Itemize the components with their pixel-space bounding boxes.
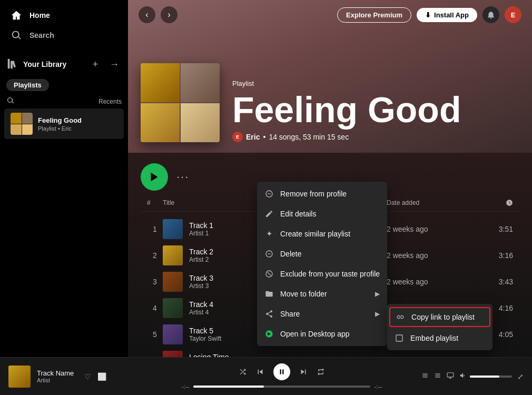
svg-rect-13 — [447, 373, 454, 377]
track-num: 4 — [147, 304, 163, 312]
library-title-area: Your Library — [6, 58, 88, 71]
track-name: Track 2 — [189, 248, 213, 256]
menu-item-similar-label: Create similar playlist — [280, 230, 350, 238]
progress-track[interactable] — [193, 386, 370, 388]
menu-item-share[interactable]: Share ▶ Copy link to playlist — [257, 304, 387, 324]
menu-item-similar[interactable]: ✦ Create similar playlist — [257, 224, 387, 244]
more-options-button[interactable]: ··· — [176, 170, 189, 184]
progress-bar: -:-- -:-- — [182, 383, 382, 390]
notifications-button[interactable] — [482, 6, 499, 23]
add-library-button[interactable]: + — [88, 57, 103, 72]
menu-item-desktop-label: Open in Desktop app — [280, 330, 350, 338]
playlist-info: Feeling Good Playlist • Eric — [38, 116, 117, 132]
track-thumbnail — [163, 351, 183, 357]
thumb-cell-2 — [22, 113, 33, 124]
menu-item-edit[interactable]: Edit details — [257, 204, 387, 224]
submenu-embed[interactable]: Embed playlist — [387, 328, 492, 348]
hero-info: Playlist Feeling Good E Eric • 14 songs,… — [232, 80, 461, 142]
thumb-cell-3 — [11, 124, 22, 135]
search-library-icon[interactable] — [6, 96, 15, 106]
sidebar-item-search[interactable]: Search — [4, 25, 124, 45]
next-button[interactable] — [299, 367, 308, 377]
track-name: Track 3 — [189, 274, 213, 282]
col-title: Title — [163, 199, 271, 208]
track-thumbnail — [163, 219, 183, 239]
volume-track[interactable] — [470, 376, 512, 378]
art-cell-1 — [141, 63, 180, 102]
track-title-col: Track 1 Artist 1 — [163, 219, 271, 239]
volume-icon[interactable] — [459, 372, 467, 381]
track-name: Track 5 — [189, 327, 221, 335]
play-button[interactable] — [141, 163, 168, 191]
playlist-meta: Playlist • Eric — [38, 125, 117, 132]
share-arrow-icon: ▶ — [375, 310, 380, 318]
play-pause-button[interactable] — [273, 363, 290, 380]
hero-bullet: • — [263, 133, 265, 141]
track-thumbnail — [163, 324, 183, 344]
playlists-filter-button[interactable]: Playlists — [6, 79, 49, 91]
previous-button[interactable] — [255, 367, 265, 377]
share-icon — [264, 309, 274, 319]
hero-author-avatar: E — [232, 132, 243, 142]
menu-item-remove[interactable]: Remove from profile — [257, 184, 387, 204]
shuffle-button[interactable] — [239, 368, 247, 376]
menu-item-exclude[interactable]: Exclude from your taste profile — [257, 264, 387, 284]
recents-label: Recents — [98, 98, 122, 105]
device-icon[interactable] — [447, 372, 454, 381]
track-text: Track 3 Artist 3 — [189, 274, 213, 290]
track-title-col: Track 3 Artist 3 — [163, 272, 271, 292]
menu-item-edit-label: Edit details — [280, 210, 316, 218]
menu-item-delete[interactable]: Delete — [257, 244, 387, 264]
track-name: Track 4 — [189, 300, 213, 309]
install-icon: ⬇ — [425, 11, 431, 19]
library-icons: + → — [88, 57, 122, 72]
track-artist: Artist 1 — [189, 230, 213, 237]
track-date: 2 weeks ago — [387, 251, 471, 260]
track-date: 2 weeks ago — [387, 278, 471, 286]
hero-meta: E Eric • 14 songs, 53 min 15 sec — [232, 132, 461, 142]
lyrics-icon[interactable] — [421, 372, 429, 381]
sidebar-item-home[interactable]: Home — [4, 5, 124, 25]
install-app-button[interactable]: ⬇ Install App — [417, 8, 477, 22]
now-playing-info: Track Name Artist — [37, 369, 74, 383]
playlist-item-feeling-good[interactable]: Feeling Good Playlist • Eric — [4, 108, 124, 139]
track-duration: 3:51 — [471, 225, 513, 233]
queue-icon[interactable] — [434, 372, 441, 381]
forward-button[interactable]: › — [161, 6, 178, 23]
edit-icon — [264, 209, 274, 219]
track-title-col: Track 5 Taylor Swift — [163, 324, 271, 344]
track-date: 2 weeks ago — [387, 357, 471, 357]
submenu-copy-link[interactable]: Copy link to playlist — [389, 307, 490, 327]
playback-controls — [239, 363, 325, 380]
library-label: Your Library — [23, 60, 66, 68]
user-avatar[interactable]: E — [505, 6, 521, 23]
explore-premium-button[interactable]: Explore Premium — [337, 7, 411, 23]
heart-icon[interactable]: ♡ — [84, 372, 91, 381]
expand-library-button[interactable]: → — [107, 57, 122, 72]
menu-item-exclude-label: Exclude from your taste profile — [280, 270, 380, 278]
menu-item-move-folder[interactable]: Move to folder ▶ — [257, 284, 387, 304]
submenu-embed-label: Embed playlist — [410, 334, 458, 342]
track-num: 2 — [147, 251, 163, 260]
track-title-col: Track 4 Artist 4 — [163, 298, 271, 318]
exclude-icon — [264, 269, 274, 279]
repeat-button[interactable] — [317, 368, 325, 376]
track-duration: 4:03 — [471, 357, 513, 357]
library-header: Your Library + → — [0, 53, 128, 76]
track-name: Track 1 — [189, 221, 213, 230]
track-title-col: Track 2 Artist 2 — [163, 245, 271, 265]
pip-icon[interactable]: ⬜ — [97, 372, 106, 381]
fullscreen-icon[interactable]: ⤢ — [517, 372, 524, 381]
now-playing-artist: Artist — [37, 377, 74, 383]
svg-rect-12 — [282, 369, 283, 374]
sidebar-home-label: Home — [29, 11, 50, 19]
svg-rect-9 — [396, 335, 402, 341]
menu-item-share-label: Share — [280, 310, 300, 318]
track-thumbnail — [163, 245, 183, 265]
back-button[interactable]: ‹ — [139, 6, 155, 23]
col-date: Date added — [387, 199, 471, 208]
sidebar-search-label: Search — [29, 31, 54, 39]
copy-link-icon — [396, 312, 405, 322]
menu-item-desktop[interactable]: Open in Desktop app — [257, 324, 387, 344]
playlist-type-label: Playlist — [232, 80, 461, 87]
